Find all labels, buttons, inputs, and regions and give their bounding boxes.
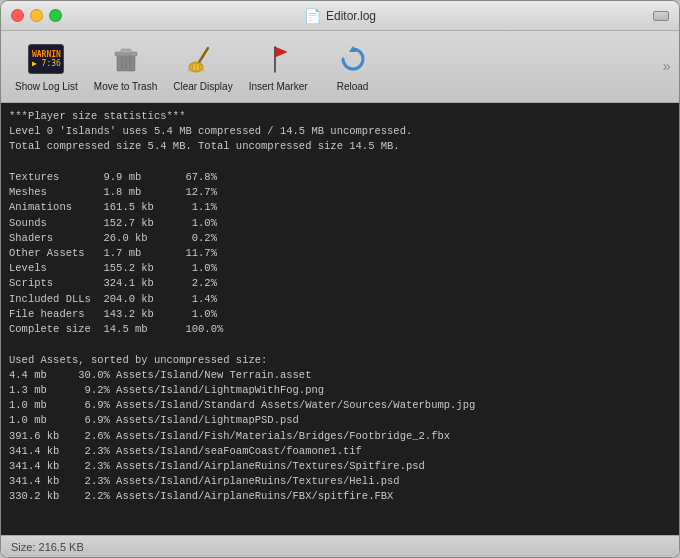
log-area: ***Player size statistics*** Level 0 'Is… — [1, 103, 679, 535]
window-title: Editor.log — [326, 9, 376, 23]
svg-line-9 — [189, 64, 190, 71]
traffic-lights — [11, 9, 62, 22]
title-bar: 📄 Editor.log — [1, 1, 679, 31]
insert-marker-label: Insert Marker — [249, 81, 308, 92]
warning-badge-icon: WARNIN ▶ 7:36 — [28, 41, 64, 77]
maximize-button[interactable] — [49, 9, 62, 22]
marker-icon — [260, 41, 296, 77]
reload-icon — [335, 41, 371, 77]
document-icon: 📄 — [304, 8, 321, 24]
svg-marker-15 — [275, 47, 287, 57]
move-to-trash-button[interactable]: Move to Trash — [88, 35, 163, 99]
log-content[interactable]: ***Player size statistics*** Level 0 'Is… — [1, 103, 679, 535]
trash-icon — [108, 41, 144, 77]
clear-display-label: Clear Display — [173, 81, 232, 92]
toolbar-overflow-chevron[interactable]: » — [663, 59, 671, 75]
close-button[interactable] — [11, 9, 24, 22]
reload-label: Reload — [337, 81, 369, 92]
clear-display-button[interactable]: Clear Display — [167, 35, 238, 99]
show-log-list-label: Show Log List — [15, 81, 78, 92]
svg-rect-2 — [121, 49, 131, 53]
show-log-list-button[interactable]: WARNIN ▶ 7:36 Show Log List — [9, 35, 84, 99]
svg-line-13 — [202, 64, 203, 71]
window-title-group: 📄 Editor.log — [304, 8, 376, 24]
reload-button[interactable]: Reload — [318, 35, 388, 99]
toolbar: WARNIN ▶ 7:36 Show Log List — [1, 31, 679, 103]
move-to-trash-label: Move to Trash — [94, 81, 157, 92]
broom-icon — [185, 41, 221, 77]
status-bar: Size: 216.5 KB — [1, 535, 679, 557]
insert-marker-button[interactable]: Insert Marker — [243, 35, 314, 99]
minimize-button[interactable] — [30, 9, 43, 22]
expand-button[interactable] — [653, 11, 669, 21]
status-text: Size: 216.5 KB — [11, 541, 84, 553]
main-window: 📄 Editor.log WARNIN ▶ 7:36 Show Log List — [0, 0, 680, 558]
svg-line-6 — [198, 48, 208, 64]
